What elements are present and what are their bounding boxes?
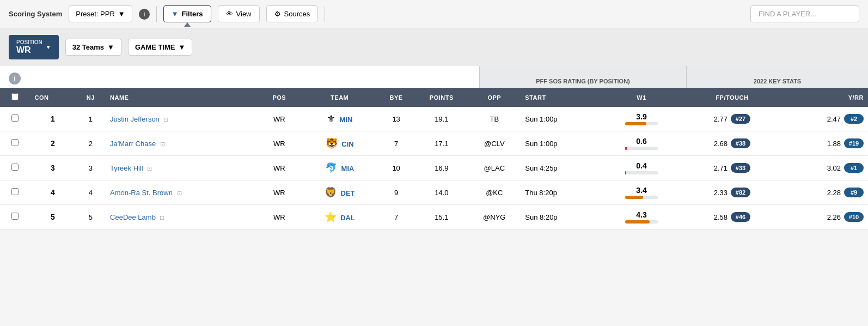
player-name-link[interactable]: CeeDee Lamb — [110, 213, 156, 221]
bye-value: 7 — [377, 205, 415, 230]
pos-value: WR — [256, 205, 302, 230]
name-header[interactable]: NAME — [106, 88, 256, 107]
con-header[interactable]: CON — [30, 88, 75, 107]
team-abbr[interactable]: MIA — [341, 165, 354, 173]
fp-badge: #82 — [731, 188, 750, 197]
section-headers: i PFF SOS RATING (BY POSITION) 2022 KEY … — [0, 66, 868, 88]
preset-dropdown[interactable]: Preset: PPR ▼ — [69, 5, 132, 22]
chevron-down-icon: ▼ — [179, 43, 186, 51]
select-all-checkbox[interactable] — [11, 93, 19, 100]
copy-icon[interactable]: ⊡ — [177, 190, 182, 196]
team-abbr[interactable]: DET — [341, 189, 355, 197]
bye-value: 9 — [377, 180, 415, 205]
con-rank: 4 — [30, 180, 75, 205]
yrr-value: 2.47 — [827, 115, 841, 123]
table-info-icon[interactable]: i — [9, 73, 21, 84]
sources-button[interactable]: ⚙ Sources — [266, 5, 319, 22]
w1-bar — [625, 171, 626, 174]
team-cell: 🐬 MIA — [302, 156, 377, 180]
position-button[interactable]: POSITION WR ▼ — [9, 35, 59, 59]
team-abbr[interactable]: DAL — [340, 214, 355, 222]
fp-badge: #38 — [731, 138, 750, 148]
filters-row: POSITION WR ▼ 32 Teams ▼ GAME TIME ▼ — [0, 28, 868, 66]
row-checkbox[interactable] — [11, 139, 19, 146]
team-header[interactable]: TEAM — [302, 88, 377, 107]
row-checkbox[interactable] — [11, 213, 19, 220]
sos-header: PFF SOS RATING (BY POSITION) — [479, 66, 686, 88]
copy-icon[interactable]: ⊡ — [163, 116, 168, 123]
caret-indicator — [184, 22, 191, 27]
row-checkbox[interactable] — [11, 164, 19, 171]
bye-header[interactable]: BYE — [377, 88, 415, 107]
points-header[interactable]: POINTS — [415, 88, 468, 107]
opp-value: @KC — [468, 180, 521, 205]
w1-bar — [625, 220, 650, 224]
gear-icon: ⚙ — [274, 10, 281, 18]
row-checkbox[interactable] — [11, 114, 19, 122]
player-name-link[interactable]: Tyreek Hill — [110, 164, 143, 172]
team-abbr[interactable]: CIN — [341, 140, 353, 148]
opp-value: @LAC — [468, 156, 521, 180]
points-value: 17.1 — [415, 131, 468, 156]
row-checkbox[interactable] — [11, 188, 19, 195]
game-time-dropdown[interactable]: GAME TIME ▼ — [128, 39, 193, 56]
table-row: 1 1 Justin Jefferson ⊡ WR ⚜ MIN 13 19.1 … — [0, 107, 868, 131]
team-cell: ⚜ MIN — [302, 107, 377, 131]
player-name-link[interactable]: Amon-Ra St. Brown — [110, 189, 173, 197]
start-value: Thu 8:20p — [521, 180, 596, 205]
yrr-cell: 3.02 #1 — [778, 156, 868, 180]
w1-value: 0.6 — [636, 137, 646, 146]
preset-value: Preset: PPR — [76, 10, 115, 18]
find-player-input[interactable]: FIND A PLAYER... — [750, 5, 859, 22]
filters-button[interactable]: ▼ Filters — [163, 5, 211, 22]
fp-value: 2.71 — [714, 164, 728, 172]
player-name-cell: Tyreek Hill ⊡ — [106, 156, 256, 180]
start-value: Sun 4:25p — [521, 156, 596, 180]
fp-header[interactable]: FP/TOUCH — [687, 88, 777, 107]
fp-badge: #33 — [731, 163, 750, 173]
yrr-header[interactable]: Y/RR — [778, 88, 868, 107]
w1-cell: 0.4 — [596, 156, 687, 180]
info-spacer: i — [0, 66, 34, 88]
yrr-cell: 2.47 #2 — [778, 107, 868, 131]
game-time-label: GAME TIME — [135, 43, 175, 51]
w1-cell: 4.3 — [596, 205, 687, 230]
fp-cell: 2.58 #46 — [687, 205, 777, 230]
fp-cell: 2.68 #38 — [687, 131, 777, 156]
copy-icon[interactable]: ⊡ — [147, 165, 152, 172]
yrr-value: 2.26 — [827, 213, 841, 221]
player-name-link[interactable]: Justin Jefferson — [110, 115, 160, 123]
team-abbr[interactable]: MIN — [340, 116, 353, 124]
player-name-cell: Amon-Ra St. Brown ⊡ — [106, 180, 256, 205]
points-value: 16.9 — [415, 156, 468, 180]
team-logo: 🦁 — [325, 186, 337, 198]
bye-value: 13 — [377, 107, 415, 131]
team-cell: ⭐ DAL — [302, 205, 377, 230]
team-cell: 🐯 CIN — [302, 131, 377, 156]
copy-icon[interactable]: ⊡ — [160, 214, 164, 221]
pos-header[interactable]: POS — [256, 88, 302, 107]
con-rank: 2 — [30, 131, 75, 156]
teams-dropdown[interactable]: 32 Teams ▼ — [65, 39, 121, 56]
yrr-cell: 1.88 #19 — [778, 131, 868, 156]
chevron-down-icon: ▼ — [107, 43, 114, 51]
w1-cell: 0.6 — [596, 131, 687, 156]
view-button[interactable]: 👁 View — [218, 5, 260, 22]
opp-header[interactable]: OPP — [468, 88, 521, 107]
w1-bar-container — [625, 147, 658, 150]
info-icon[interactable]: i — [139, 9, 150, 20]
eye-icon: 👁 — [226, 10, 233, 18]
sources-label: Sources — [284, 10, 310, 18]
key-stats-header: 2022 KEY STATS — [686, 66, 868, 88]
fp-badge: #27 — [731, 114, 750, 124]
start-header[interactable]: START — [521, 88, 596, 107]
player-name-link[interactable]: Ja'Marr Chase — [110, 140, 156, 148]
checkbox-header — [0, 88, 30, 107]
fp-cell: 2.71 #33 — [687, 156, 777, 180]
w1-bar — [625, 147, 627, 150]
divider2 — [325, 6, 325, 22]
pos-value: WR — [256, 180, 302, 205]
copy-icon[interactable]: ⊡ — [160, 141, 165, 147]
w1-header[interactable]: W1 — [596, 88, 687, 107]
nj-header[interactable]: NJ — [76, 88, 106, 107]
